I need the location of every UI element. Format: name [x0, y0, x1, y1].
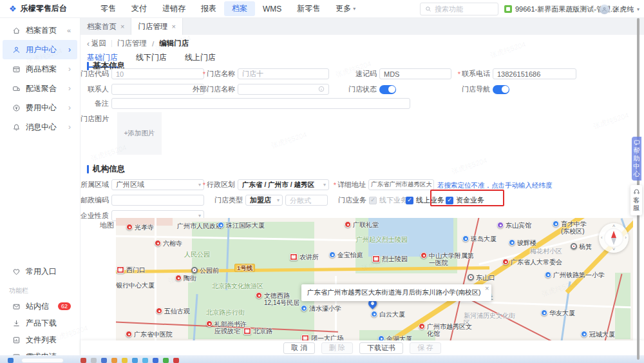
red-pin-icon — [126, 224, 133, 230]
map-poi: 东山宾馆 — [497, 222, 531, 229]
nav-item-retail[interactable]: 零售 — [93, 1, 124, 16]
map-poi: 白云大厦 — [371, 311, 405, 318]
store-type-select[interactable]: 加盟店▾ — [245, 195, 283, 206]
taskbar-search[interactable] — [21, 358, 64, 363]
file-list-icon — [12, 335, 21, 344]
map-poi: 1号线 — [234, 264, 255, 272]
taskbar-icon[interactable] — [8, 358, 14, 363]
taskbar-icon[interactable] — [101, 358, 107, 363]
user-menu[interactable]: 张虎纯 ▾ — [600, 0, 639, 18]
tab-online-store[interactable]: 线上门店 — [185, 52, 216, 68]
sidebar-item-user-center[interactable]: 用户中心 › — [3, 40, 77, 59]
map-poi-name: 广州铁路第一小学 — [553, 271, 605, 279]
back-button[interactable]: ‹返回 — [87, 39, 106, 48]
tab-offline-store[interactable]: 线下门店 — [136, 52, 167, 68]
taskbar-icon[interactable] — [153, 358, 158, 363]
map-poi-name: 西门口 — [126, 266, 146, 273]
checkbox-offline-business[interactable]: ✓线下业务 — [369, 195, 408, 206]
collapse-sidebar-icon[interactable]: « — [67, 26, 71, 34]
division-value: 广东省 / 广州市 / 越秀区 — [242, 181, 314, 190]
taskbar-icon[interactable] — [91, 358, 97, 363]
chevron-down-icon: ▾ — [353, 6, 355, 12]
map-poi-name: 华友大厦 — [549, 309, 575, 317]
map-poi-name: 育才中学(东校区) — [561, 221, 595, 235]
store-name-input[interactable] — [242, 70, 325, 78]
tab-archive-home[interactable]: 档案首页 × — [80, 18, 131, 35]
manual-coords-link[interactable]: 若搜索定位不准，点击手动输入经纬度 — [437, 181, 553, 190]
remark-input[interactable] — [116, 100, 406, 108]
taskbar-icon[interactable] — [173, 358, 179, 363]
map-poi-name: 广州起义烈士陵园 — [356, 236, 408, 243]
nav-item-archive[interactable]: 档案 — [224, 1, 255, 16]
store-status-toggle[interactable] — [379, 85, 396, 94]
sidebar-item-archive-home[interactable]: 档案首页 « — [3, 21, 77, 40]
close-icon[interactable]: × — [485, 284, 489, 292]
sidebar-item-message-center[interactable]: 消息中心 › — [3, 117, 77, 137]
customer-service-button[interactable]: 客服 — [630, 185, 642, 215]
shorthand-input[interactable] — [384, 70, 447, 78]
store-subtype-input[interactable] — [290, 197, 323, 204]
field-label-address: 详细地址 — [325, 179, 366, 190]
map-poi: M北京路 — [243, 328, 272, 335]
nav-item-wms[interactable]: WMS — [255, 3, 289, 15]
add-image-button[interactable]: +添加图片 — [117, 112, 162, 155]
download-cert-button[interactable]: 下载证书 — [359, 342, 403, 354]
compass-down-icon: ˅ — [612, 247, 616, 252]
taskbar-icon[interactable] — [80, 358, 86, 363]
external-name-input[interactable] — [242, 86, 318, 93]
cancel-button[interactable]: 取 消 — [283, 342, 315, 354]
brand-logo[interactable]: ❖ 乐檬零售后台 — [9, 3, 86, 14]
taskbar-icon[interactable] — [122, 358, 128, 363]
headset-icon — [633, 188, 640, 195]
nav-item-pay[interactable]: 支付 — [124, 1, 155, 16]
address-input[interactable] — [371, 181, 431, 188]
tenant-icon — [504, 5, 512, 13]
taskbar-icon[interactable] — [142, 358, 148, 363]
map-poi: 珠岛大厦 — [462, 235, 497, 242]
taskbar-icon[interactable] — [132, 358, 138, 363]
phone-input[interactable] — [497, 70, 572, 78]
field-label-business: 门店业务 — [341, 195, 366, 206]
sidebar-item-inbox[interactable]: 站内信 62 — [3, 298, 77, 315]
close-icon[interactable]: × — [171, 23, 175, 30]
taskbar-icon[interactable] — [163, 358, 169, 363]
delete-button[interactable]: 删 除 — [321, 342, 353, 354]
division-cascader[interactable]: 广东省 / 广州市 / 越秀区▾ — [238, 179, 329, 190]
nav-item-report[interactable]: 报表 — [193, 1, 224, 16]
search-input[interactable] — [435, 5, 486, 13]
sidebar-item-delivery[interactable]: 配送聚合 › — [3, 79, 77, 98]
os-taskbar[interactable] — [0, 355, 644, 363]
map-compass[interactable]: ˄ ˅ ‹ › — [599, 223, 629, 253]
nav-item-more[interactable]: 更多▾ — [328, 1, 363, 16]
chevron-down-icon: ▾ — [637, 6, 639, 12]
divider — [111, 40, 112, 47]
map-poi: 骏辉楼 — [509, 239, 536, 246]
sidebar-item-product-download[interactable]: 产品下载 — [3, 315, 77, 331]
sidebar-item-goods-archive[interactable]: 商品档案 › — [3, 59, 77, 79]
help-center-button[interactable]: 帮助中心 — [632, 137, 641, 181]
field-label-shorthand: 速记码 — [336, 68, 377, 79]
map-poi-name: 北京路 — [253, 328, 272, 335]
search-icon — [425, 6, 431, 12]
sidebar-item-file-list[interactable]: 文件列表 — [3, 331, 77, 348]
sidebar-item-favorites[interactable]: 常用入口 — [3, 263, 77, 280]
red-pin-icon — [345, 221, 351, 228]
map-canvas[interactable]: 光孝寺广州市人民政府珠江国际大厦六榕寺人民公园广联礼堂广州起义烈士陵园东山宾馆育… — [116, 218, 633, 340]
avatar — [600, 5, 609, 14]
map-poi: 人民公园 — [184, 251, 210, 258]
save-button[interactable]: 保 存 — [410, 342, 441, 354]
store-nav-toggle[interactable] — [493, 85, 509, 94]
global-search[interactable] — [420, 3, 498, 15]
map-poi: 广州市越秀区文化馆 — [419, 323, 475, 337]
map-poi-name: 广东省人大常委会 — [511, 259, 562, 266]
close-icon[interactable]: × — [120, 23, 124, 30]
red-pin-icon — [206, 320, 213, 327]
taskbar-icon[interactable] — [111, 358, 117, 363]
box-icon — [12, 64, 21, 74]
breadcrumb-parent[interactable]: 门店管理 — [117, 39, 147, 48]
nav-item-new-retail[interactable]: 新零售 — [289, 1, 328, 16]
nav-item-inventory[interactable]: 进销存 — [155, 1, 193, 16]
sidebar-item-fee-center[interactable]: 费用中心 › — [3, 98, 77, 117]
postcode-input[interactable] — [116, 197, 200, 204]
tab-store-management[interactable]: 门店管理 × — [131, 18, 182, 35]
